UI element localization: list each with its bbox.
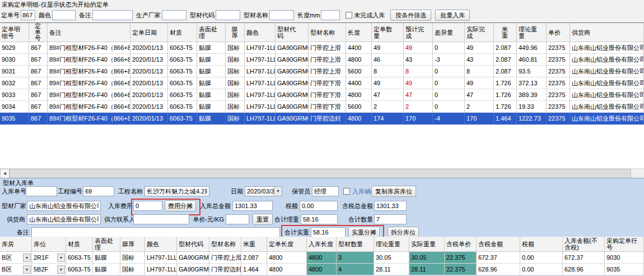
- project-name-input[interactable]: [144, 186, 209, 196]
- split-location-button[interactable]: 拆分库位: [388, 227, 419, 238]
- table-cell: GA90GRM04: [276, 101, 309, 113]
- unit-price-input[interactable]: [226, 214, 249, 224]
- factory-input[interactable]: [27, 201, 101, 211]
- fee-share-button[interactable]: 费用分摊: [165, 200, 196, 211]
- dropdown-icon[interactable]: ▼: [23, 254, 31, 262]
- note-input[interactable]: [31, 227, 280, 237]
- table-row[interactable]: 903486789#门框型材F26-F40（866+867）2020/01/13…: [0, 101, 644, 113]
- table-cell: 49: [465, 42, 494, 54]
- filter-profile-code-input[interactable]: [216, 10, 240, 20]
- table-cell: 49: [404, 77, 433, 89]
- table-cell: 867: [29, 54, 48, 66]
- theory-total-input[interactable]: [301, 214, 338, 224]
- column-header: 定单长度: [267, 237, 307, 252]
- table-cell: 0: [433, 42, 465, 54]
- table-cell: 4800: [346, 113, 372, 125]
- table-cell: 0: [433, 101, 465, 113]
- keeper-input[interactable]: [312, 186, 339, 196]
- table-cell: 1.726: [494, 89, 517, 101]
- table-row[interactable]: 902986789#门框型材F26-F40（866+867）2020/01/13…: [0, 42, 644, 54]
- table-cell: 门带腔下滑: [309, 77, 346, 89]
- unfinished-inbound-checkbox[interactable]: [346, 12, 352, 19]
- inbound-total-input[interactable]: [232, 201, 273, 211]
- tax-input[interactable]: [300, 201, 338, 211]
- table-cell: 9033: [0, 89, 29, 101]
- table-cell: 9035: [605, 264, 644, 275]
- filter-color-label: 颜色: [39, 11, 51, 20]
- fee-input[interactable]: [133, 201, 162, 211]
- filter-color-input[interactable]: [52, 10, 76, 20]
- table-cell: B区▼: [0, 252, 32, 264]
- filter-order-no-input[interactable]: [21, 10, 35, 20]
- table-cell: 672.37: [563, 252, 605, 264]
- table-cell: 山东南山铝业股份有限公司: [570, 77, 644, 89]
- supplier-input[interactable]: [27, 214, 101, 224]
- dropdown-icon[interactable]: ▼: [57, 254, 65, 262]
- table-cell: 山东南山铝业股份有限公司: [570, 66, 644, 77]
- tax-total-input[interactable]: [374, 201, 407, 211]
- table-cell: 47: [404, 89, 433, 101]
- date-dropdown-icon[interactable]: ▼: [274, 186, 282, 196]
- table-cell: 国标: [226, 101, 245, 113]
- purchase-order-table: 定单明细号定单号备注定单日期材质表面处理膜厚颜色型材代码型材名称长度定单数量预计…: [0, 22, 644, 125]
- page-title: 采购定单明细-仅显示状态为开始的定单: [2, 1, 109, 9]
- table-cell: LH797-1LL0: [245, 77, 276, 89]
- inbound-confirm-checkbox[interactable]: [343, 188, 350, 195]
- column-header: 定单明细号: [0, 23, 29, 42]
- copy-warehouse-location-button[interactable]: 复制库房库位: [371, 186, 416, 197]
- horizontal-scrollbar[interactable]: ◄: [0, 168, 644, 178]
- table-cell: 389.39: [517, 89, 547, 101]
- table-row[interactable]: 903586789#门框型材F26-F40（866+867）2020/01/13…: [0, 113, 644, 125]
- inbound-no-input[interactable]: [26, 186, 57, 196]
- filter-profile-name-input[interactable]: [269, 10, 294, 20]
- actual-weight-share-button[interactable]: 实重分摊: [348, 227, 380, 238]
- filter-by-condition-button[interactable]: 按条件筛选: [390, 10, 431, 21]
- table-cell: 国标: [226, 77, 245, 89]
- table-cell: 9032: [0, 77, 29, 89]
- table-cell: 93.5: [517, 66, 547, 77]
- table-cell: 9029: [0, 42, 29, 54]
- table-cell: 国标: [120, 252, 145, 264]
- table-row[interactable]: 903286789#门框型材F26-F40（866+867）2020/01/13…: [0, 77, 644, 89]
- table-cell: 170: [465, 113, 494, 125]
- dropdown-icon[interactable]: ▼: [57, 265, 65, 274]
- table-cell: 贴膜: [197, 89, 226, 101]
- table-cell: 4800: [267, 264, 307, 275]
- actual-total-input[interactable]: [311, 227, 346, 237]
- scrollbar-thumb[interactable]: [10, 169, 631, 178]
- reset-button[interactable]: 重置: [253, 214, 273, 225]
- column-header: 单价: [547, 23, 570, 42]
- table-row[interactable]: 903086789#门框型材F26-F40（866+867）2020/01/13…: [0, 54, 644, 66]
- table-row[interactable]: 903186789#门框型材F26-F40（866+867）2020/01/13…: [0, 66, 644, 77]
- supplier-contact-input[interactable]: [133, 214, 189, 224]
- column-header: 型材代码: [276, 23, 309, 42]
- table-cell: GA90GRM05: [276, 113, 309, 125]
- table-cell: 贴膜: [197, 54, 226, 66]
- table-cell: GA90GRM03: [177, 252, 209, 264]
- table-row[interactable]: B区▼2R1F▼6063-T5贴膜国标LH797-1LL0GA90GRM03门带…: [0, 252, 644, 264]
- table-cell: 贴膜: [197, 101, 226, 113]
- table-row[interactable]: B区▼5B2F▼6063-T5贴膜国标LH797-1LL0GA90GRM05门带…: [0, 264, 644, 275]
- table-cell: 8: [372, 66, 404, 77]
- table-cell: LH797-1LL0: [145, 252, 177, 264]
- filter-note-input[interactable]: [92, 10, 133, 20]
- filter-manufacturer-input[interactable]: [162, 10, 186, 20]
- table-row[interactable]: 903386789#门框型材F26-F40（866+867）2020/01/13…: [0, 89, 644, 101]
- project-no-input[interactable]: [83, 186, 114, 196]
- batch-inbound-button[interactable]: 批量入库: [435, 10, 470, 21]
- inbound-panel: 型材入库单 入库单号 工程编号 工程名称 日期 ▼ 保管员 入库确认 复制库房库…: [0, 178, 644, 276]
- table-cell: 6063-T5: [66, 252, 93, 264]
- qty-total-label: 合计数量: [342, 214, 373, 224]
- filter-length-input[interactable]: [321, 10, 340, 20]
- scroll-left-button[interactable]: ◄: [0, 169, 10, 178]
- table-cell: 0.00: [520, 252, 563, 264]
- table-cell: LH797-1LL0: [245, 101, 276, 113]
- project-name-label: 工程名称: [118, 186, 143, 196]
- table-cell: 6063-T5: [168, 42, 197, 54]
- table-cell: 22375: [547, 54, 570, 66]
- qty-total-input[interactable]: [374, 214, 407, 224]
- table-cell: 4800: [346, 89, 372, 101]
- table-cell: 2020/01/13: [130, 101, 168, 113]
- dropdown-icon[interactable]: ▼: [23, 265, 31, 274]
- table-cell: 国标: [226, 66, 245, 77]
